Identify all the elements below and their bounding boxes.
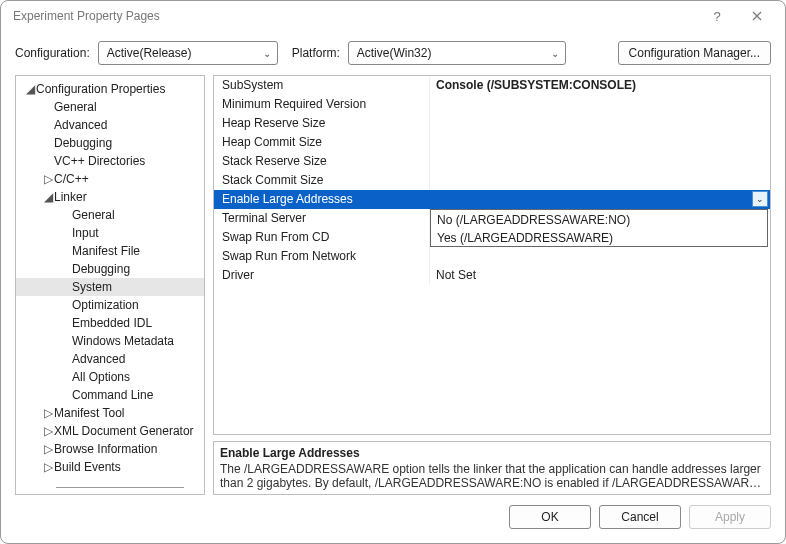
tree-item-label: Debugging xyxy=(54,136,112,150)
property-name: SubSystem xyxy=(214,76,430,95)
tree-item[interactable]: All Options xyxy=(16,368,204,386)
right-pane: SubSystemConsole (/SUBSYSTEM:CONSOLE)Min… xyxy=(213,75,771,495)
tree-item[interactable]: Optimization xyxy=(16,296,204,314)
tree-item[interactable]: Command Line xyxy=(16,386,204,404)
tree-item-label: Linker xyxy=(54,190,87,204)
property-row[interactable]: Enable Large Addresses⌄ xyxy=(214,190,770,209)
window-title: Experiment Property Pages xyxy=(13,9,697,23)
property-grid[interactable]: SubSystemConsole (/SUBSYSTEM:CONSOLE)Min… xyxy=(213,75,771,435)
tree-item[interactable]: Advanced xyxy=(16,350,204,368)
property-name: Driver xyxy=(214,266,430,285)
description-box: Enable Large Addresses The /LARGEADDRESS… xyxy=(213,441,771,495)
tree-item[interactable]: Debugging xyxy=(16,260,204,278)
tree-item[interactable]: ▷Browse Information xyxy=(16,440,204,458)
property-value[interactable] xyxy=(430,247,770,266)
chevron-right-icon: ▷ xyxy=(42,443,54,455)
dropdown-button[interactable]: ⌄ xyxy=(752,191,768,207)
tree-item[interactable]: Advanced xyxy=(16,116,204,134)
property-value[interactable]: Not Set xyxy=(430,266,770,285)
property-row[interactable]: Minimum Required Version xyxy=(214,95,770,114)
tree-item[interactable]: ▷Manifest Tool xyxy=(16,404,204,422)
property-row[interactable]: Stack Commit Size xyxy=(214,171,770,190)
chevron-right-icon: ▷ xyxy=(42,425,54,437)
tree-item[interactable]: Windows Metadata xyxy=(16,332,204,350)
tree-item[interactable]: ▷XML Document Generator xyxy=(16,422,204,440)
dropdown-option[interactable]: No (/LARGEADDRESSAWARE:NO) xyxy=(431,210,767,228)
property-value[interactable] xyxy=(430,152,770,171)
property-name: Swap Run From Network xyxy=(214,247,430,266)
tree-item-label: General xyxy=(72,208,115,222)
configuration-value: Active(Release) xyxy=(107,46,192,60)
tree-item-label: Embedded IDL xyxy=(72,316,152,330)
tree-item-label: C/C++ xyxy=(54,172,89,186)
tree-item-label: Configuration Properties xyxy=(36,82,165,96)
configuration-manager-button[interactable]: Configuration Manager... xyxy=(618,41,771,65)
tree-item[interactable]: ▷Build Events xyxy=(16,458,204,476)
chevron-right-icon: ▷ xyxy=(42,461,54,473)
platform-value: Active(Win32) xyxy=(357,46,432,60)
titlebar: Experiment Property Pages ? xyxy=(1,1,785,31)
property-row[interactable]: Heap Reserve Size xyxy=(214,114,770,133)
tree-item[interactable]: Embedded IDL xyxy=(16,314,204,332)
configuration-label: Configuration: xyxy=(15,46,90,60)
property-name: Stack Reserve Size xyxy=(214,152,430,171)
property-value[interactable] xyxy=(430,133,770,152)
property-value[interactable]: ⌄ xyxy=(430,190,770,209)
tree-item-label: Manifest Tool xyxy=(54,406,124,420)
tree-item-label: System xyxy=(72,280,112,294)
configuration-select[interactable]: Active(Release) ⌄ xyxy=(98,41,278,65)
chevron-down-icon: ◢ xyxy=(24,83,36,95)
property-name: Terminal Server xyxy=(214,209,430,228)
tree-item-label: Build Events xyxy=(54,460,121,474)
cancel-button[interactable]: Cancel xyxy=(599,505,681,529)
property-row[interactable]: Stack Reserve Size xyxy=(214,152,770,171)
property-name: Enable Large Addresses xyxy=(214,190,430,209)
tree-item[interactable]: System xyxy=(16,278,204,296)
tree-item-label: Input xyxy=(72,226,99,240)
close-button[interactable] xyxy=(737,2,777,30)
footer: OK Cancel Apply xyxy=(1,495,785,543)
tree-item[interactable]: VC++ Directories xyxy=(16,152,204,170)
property-name: Heap Reserve Size xyxy=(214,114,430,133)
property-value[interactable] xyxy=(430,171,770,190)
tree-item[interactable]: Input xyxy=(16,224,204,242)
tree-item-label: XML Document Generator xyxy=(54,424,194,438)
property-value[interactable] xyxy=(430,95,770,114)
tree-item-label: Browse Information xyxy=(54,442,157,456)
tree-item[interactable]: ◢Configuration Properties xyxy=(16,80,204,98)
property-dropdown[interactable]: No (/LARGEADDRESSAWARE:NO)Yes (/LARGEADD… xyxy=(430,209,768,247)
property-value[interactable]: Console (/SUBSYSTEM:CONSOLE) xyxy=(430,76,770,95)
help-button[interactable]: ? xyxy=(697,2,737,30)
platform-select[interactable]: Active(Win32) ⌄ xyxy=(348,41,566,65)
ok-button[interactable]: OK xyxy=(509,505,591,529)
property-name: Swap Run From CD xyxy=(214,228,430,247)
platform-label: Platform: xyxy=(292,46,340,60)
chevron-down-icon: ⌄ xyxy=(263,48,271,59)
tree-pane[interactable]: ◢Configuration PropertiesGeneralAdvanced… xyxy=(15,75,205,495)
tree-item[interactable]: General xyxy=(16,206,204,224)
property-row[interactable]: Heap Commit Size xyxy=(214,133,770,152)
tree-item-label: Advanced xyxy=(54,118,107,132)
property-name: Minimum Required Version xyxy=(214,95,430,114)
tree-item-label: Optimization xyxy=(72,298,139,312)
dialog-window: Experiment Property Pages ? Configuratio… xyxy=(0,0,786,544)
chevron-right-icon: ▷ xyxy=(42,407,54,419)
property-value[interactable] xyxy=(430,114,770,133)
property-row[interactable]: DriverNot Set xyxy=(214,266,770,285)
chevron-down-icon: ◢ xyxy=(42,191,54,203)
tree-item-label: Command Line xyxy=(72,388,153,402)
tree-item[interactable]: Manifest File xyxy=(16,242,204,260)
dropdown-option[interactable]: Yes (/LARGEADDRESSAWARE) xyxy=(431,228,767,246)
apply-button[interactable]: Apply xyxy=(689,505,771,529)
tree-item[interactable]: ▷C/C++ xyxy=(16,170,204,188)
config-row: Configuration: Active(Release) ⌄ Platfor… xyxy=(1,31,785,75)
horizontal-scrollbar[interactable] xyxy=(56,487,184,488)
tree: ◢Configuration PropertiesGeneralAdvanced… xyxy=(16,76,204,494)
tree-item[interactable]: ◢Linker xyxy=(16,188,204,206)
tree-item[interactable]: General xyxy=(16,98,204,116)
tree-item[interactable]: Debugging xyxy=(16,134,204,152)
property-row[interactable]: SubSystemConsole (/SUBSYSTEM:CONSOLE) xyxy=(214,76,770,95)
property-name: Heap Commit Size xyxy=(214,133,430,152)
property-row[interactable]: Swap Run From Network xyxy=(214,247,770,266)
tree-item-label: Manifest File xyxy=(72,244,140,258)
